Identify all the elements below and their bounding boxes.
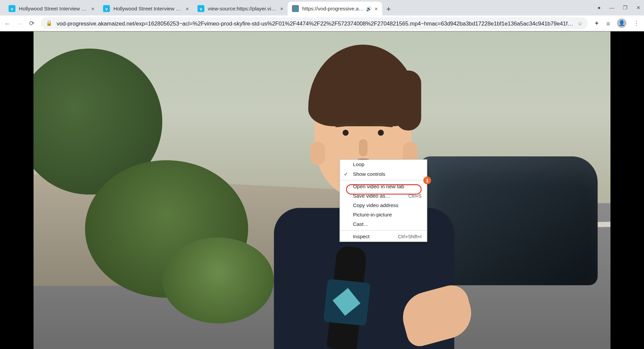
menu-item-cast[interactable]: Cast… [340,219,427,229]
page-content: Loop Show controls Open video in new tab… [0,31,644,349]
annotation-marker-1: 1 [423,177,431,184]
vimeo-favicon: v [9,5,15,12]
menu-label: Save video as… [353,193,390,199]
menu-shortcut: Ctrl+S [408,193,422,198]
browser-toolbar: ← → ⟳ 🔒 vod-progressive.akamaized.net/ex… [0,15,644,31]
new-tab-button[interactable]: + [382,3,395,15]
close-tab-icon[interactable]: × [185,5,189,12]
browser-tab[interactable]: v Hollywood Street Interview with × [4,2,99,15]
menu-item-picture-in-picture[interactable]: Picture-in-picture [340,210,427,219]
browser-tab-strip: v Hollywood Street Interview with × v Ho… [0,0,644,15]
vimeo-favicon: v [103,5,110,12]
tab-title: https://vod-progressive.akam [302,6,364,12]
menu-label: Picture-in-picture [353,212,392,218]
menu-item-open-new-tab[interactable]: Open video in new tab [340,182,427,191]
menu-item-inspect[interactable]: Inspect Ctrl+Shift+I [340,232,427,241]
video-player[interactable]: Loop Show controls Open video in new tab… [34,31,610,349]
tab-audio-icon[interactable]: 🔊 [366,6,372,11]
lock-icon: 🔒 [46,20,52,26]
chrome-account-icon[interactable]: ● [597,5,600,11]
extensions-icon[interactable]: ✦ [594,19,600,27]
back-icon[interactable]: ← [4,19,11,27]
close-tab-icon[interactable]: × [280,5,283,12]
menu-label: Copy video address [353,202,398,208]
menu-shortcut: Ctrl+Shift+I [398,234,422,239]
menu-label: Cast… [353,221,369,227]
video-context-menu: Loop Show controls Open video in new tab… [339,159,427,242]
star-icon[interactable]: ☆ [578,20,583,27]
menu-label: Open video in new tab [353,184,404,190]
url-text: vod-progressive.akamaized.net/exp=162805… [57,20,574,27]
tab-title: Hollywood Street Interview with [113,6,183,12]
menu-item-copy-video-address[interactable]: Copy video address [340,201,427,210]
chrome-menu-icon[interactable]: ⋮ [633,19,640,27]
browser-tab-active[interactable]: 🌐 https://vod-progressive.akam 🔊 × [288,2,382,15]
tab-title: view-source:https://player.vimeo [208,6,278,12]
close-tab-icon[interactable]: × [91,5,95,12]
browser-tab[interactable]: v Hollywood Street Interview with × [99,2,193,15]
vimeo-favicon: v [198,5,204,12]
reading-list-icon[interactable]: ≡ [606,19,610,27]
menu-item-show-controls[interactable]: Show controls [340,169,427,179]
menu-label: Loop [353,161,364,167]
menu-item-save-video-as[interactable]: Save video as… Ctrl+S [340,191,427,201]
menu-label: Inspect [353,234,370,240]
browser-tab[interactable]: v view-source:https://player.vimeo × [193,2,288,15]
profile-avatar[interactable]: 👤 [617,18,626,28]
menu-item-loop[interactable]: Loop [340,160,427,169]
tab-title: Hollywood Street Interview with [19,6,89,12]
menu-separator [340,230,427,231]
close-tab-icon[interactable]: × [375,5,378,12]
reload-icon[interactable]: ⟳ [29,19,35,27]
forward-icon: → [17,19,23,27]
menu-separator [340,180,427,180]
address-bar[interactable]: 🔒 vod-progressive.akamaized.net/exp=1628… [41,17,588,29]
menu-label: Show controls [353,171,385,177]
window-maximize-icon[interactable]: ❐ [623,5,628,11]
window-minimize-icon[interactable]: — [609,5,614,11]
globe-favicon: 🌐 [292,5,299,12]
window-close-icon[interactable]: ✕ [636,5,641,11]
